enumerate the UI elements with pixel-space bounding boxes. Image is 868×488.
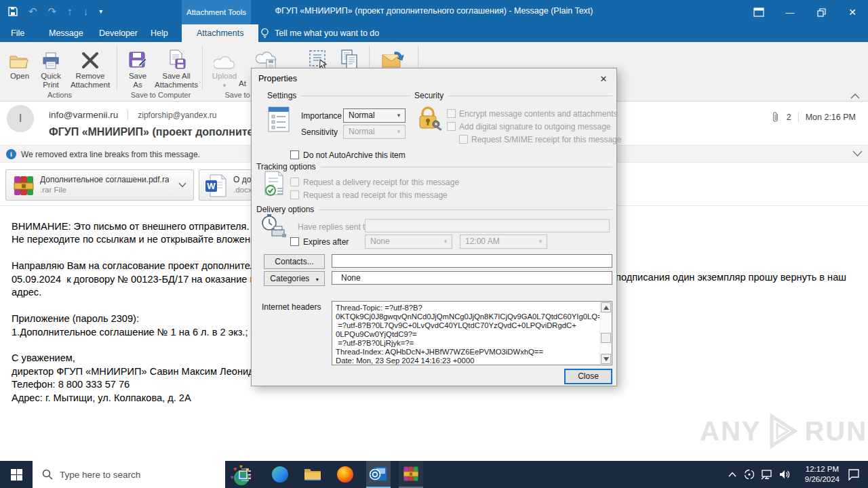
upload-label: Upload — [208, 72, 241, 81]
clipped-button-label: At — [239, 79, 246, 87]
internet-headers-box[interactable]: Thread-Topic: =?utf-8?B? 0KTQk9Cj0J8gwqv… — [332, 301, 612, 365]
avatar[interactable]: I — [7, 105, 34, 132]
security-lock-icon — [417, 106, 443, 133]
body-line: Телефон: 8 800 333 57 76 — [12, 379, 277, 392]
quick-print-button[interactable]: Quick Print — [37, 45, 65, 89]
attachment-tile-rar[interactable]: Дополнительное соглашени.pdf.rar .rar Fi… — [5, 169, 194, 201]
tell-me-box[interactable]: Tell me what you want to do — [260, 24, 379, 42]
select-all-icon — [304, 45, 334, 70]
taskbar-search[interactable]: Type here to search ♥♥♥♥♥ — [33, 461, 225, 488]
headers-scrollbar[interactable] — [599, 302, 612, 365]
quick-print-label: Quick Print — [37, 72, 65, 89]
message-body: ВНИМАНИЕ: Это письмо от внешнего отправи… — [12, 221, 277, 405]
header-line: =?utf-8?B?0L7Qv9C+0LvQvdC40YLQtdC70YzQvd… — [336, 321, 597, 330]
info-bar-text: We removed extra line breaks from this m… — [21, 150, 200, 159]
copy-icon — [335, 45, 365, 70]
recipient-address[interactable]: zipforship@yandex.ru — [138, 110, 216, 120]
tray-expand-chevron-icon[interactable] — [724, 461, 741, 488]
file-explorer-taskbar-icon[interactable] — [301, 461, 324, 488]
outlook-taskbar-icon[interactable] — [366, 461, 391, 488]
start-button[interactable] — [0, 461, 33, 488]
importance-label: Importance — [301, 111, 342, 121]
body-line: 05.09.2024 к договору № 00123-БД/17 на о… — [12, 274, 277, 287]
read-receipt-checkbox — [290, 190, 299, 199]
action-center-button[interactable] — [841, 461, 867, 488]
header-line: 0KTQk9Cj0J8gwqvQnNCd0JjQmNCg0JjQn8K7ICjQ… — [336, 312, 597, 321]
scroll-up-button[interactable] — [601, 302, 611, 312]
tell-me-label: Tell me what you want to do — [275, 28, 379, 38]
chevron-down-icon: ▾ — [393, 125, 405, 138]
delivery-options-icon — [260, 214, 287, 239]
collapse-ribbon-chevron-icon[interactable] — [850, 94, 860, 99]
tray-connect-icon[interactable] — [741, 461, 758, 488]
clock-date: 9/26/2024 — [805, 474, 840, 485]
autoarchive-label[interactable]: Do not AutoArchive this item — [303, 150, 406, 160]
categories-button[interactable]: Categories ▾ — [264, 271, 325, 286]
paperclip-icon — [772, 111, 780, 123]
sender-address[interactable]: info@varmenii.ru — [49, 110, 118, 120]
open-button[interactable]: Open — [5, 45, 34, 81]
network-tray-icon[interactable] — [758, 461, 776, 488]
tab-file[interactable]: File — [8, 24, 27, 42]
header-line: Date: Mon, 23 Sep 2024 14:16:23 +0000 — [336, 357, 597, 365]
expires-after-label[interactable]: Expires after — [303, 237, 349, 247]
autoarchive-checkbox[interactable] — [290, 150, 299, 159]
task-view-button[interactable] — [233, 461, 256, 488]
firefox-taskbar-icon[interactable] — [334, 461, 357, 488]
winrar-icon — [13, 175, 35, 197]
close-window-button[interactable]: ✕ — [837, 0, 868, 24]
printer-icon — [37, 45, 65, 70]
scrollbar-thumb[interactable] — [601, 333, 611, 343]
save-as-button[interactable]: Save As — [123, 45, 152, 89]
ribbon-display-options-button[interactable] — [743, 0, 774, 24]
remove-x-icon — [66, 45, 114, 70]
remove-attachment-button[interactable]: Remove Attachment — [66, 45, 114, 89]
categories-value: None — [341, 273, 361, 283]
ribbon-divider — [117, 45, 117, 90]
attachment-type: .rar File — [40, 186, 66, 194]
watermark-text-right: RUN — [804, 416, 867, 447]
categories-field[interactable]: None — [332, 271, 612, 285]
restore-button[interactable] — [806, 0, 837, 24]
tab-attachments[interactable]: Attachments — [182, 24, 258, 42]
scroll-down-button[interactable] — [601, 354, 611, 364]
internet-headers-label: Internet headers — [262, 302, 321, 312]
tab-message[interactable]: Message — [46, 24, 86, 42]
search-icon — [42, 469, 53, 480]
dialog-close-button[interactable]: ✕ — [596, 72, 611, 85]
header-line: =?utf-8?B?0LjRjyk=?= — [336, 339, 597, 348]
expires-date-value: None — [370, 237, 390, 246]
expires-after-checkbox[interactable] — [290, 237, 299, 246]
tab-developer[interactable]: Developer — [96, 24, 140, 42]
attachment-name: Дополнительное соглашени.pdf.rar — [40, 175, 169, 184]
open-label: Open — [5, 72, 34, 81]
body-line: ВНИМАНИЕ: Это письмо от внешнего отправи… — [12, 221, 277, 234]
winrar-taskbar-icon[interactable] — [399, 461, 423, 488]
replies-sent-label: Have replies sent to — [298, 222, 370, 232]
attachment-menu-chevron-icon[interactable] — [178, 182, 186, 188]
close-icon: ✕ — [848, 7, 856, 18]
body-line: Не переходите по ссылкам и не открывайте… — [12, 234, 277, 247]
header-divider — [127, 110, 128, 120]
importance-select[interactable]: Normal ▾ — [343, 108, 406, 123]
info-icon: i — [6, 149, 16, 159]
tab-help[interactable]: Help — [148, 24, 171, 42]
group-label-actions: Actions — [5, 91, 114, 99]
read-receipt-label: Request a read receipt for this message — [303, 190, 448, 200]
body-line — [12, 300, 277, 313]
properties-dialog: Properties ✕ Settings Security Importanc… — [251, 68, 617, 386]
minimize-button[interactable]: — — [774, 0, 806, 24]
taskbar-clock[interactable]: 12:12 PM 9/26/2024 — [805, 464, 840, 485]
contacts-field[interactable] — [332, 254, 612, 268]
dropdown-triangle-icon: ▾ — [316, 277, 319, 283]
contacts-button[interactable]: Contacts... — [264, 254, 325, 269]
expand-header-chevron-icon[interactable] — [852, 150, 863, 157]
edge-taskbar-icon[interactable] — [269, 461, 292, 488]
smime-receipt-checkbox — [459, 135, 468, 144]
dialog-close-confirm-button[interactable]: Close — [564, 369, 612, 384]
clock-time: 12:12 PM — [805, 464, 840, 474]
volume-tray-icon[interactable] — [776, 461, 793, 488]
lightbulb-icon — [260, 28, 269, 39]
save-all-attachments-button[interactable]: Save All Attachments — [153, 45, 199, 89]
body-line: Направляю Вам на согласование проект доп… — [12, 260, 277, 273]
